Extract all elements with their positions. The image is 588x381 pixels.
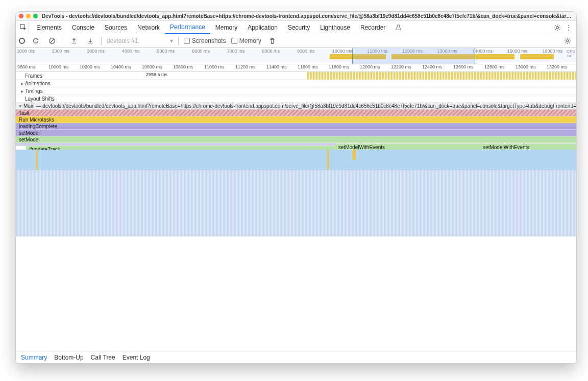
tick: 12200 ms bbox=[389, 64, 421, 72]
tick: 3000 ms bbox=[86, 49, 121, 54]
flame-deep-region[interactable] bbox=[16, 150, 576, 236]
svg-point-3 bbox=[567, 40, 569, 42]
window-traffic-lights[interactable] bbox=[19, 14, 38, 18]
tab-security[interactable]: Security bbox=[283, 21, 315, 34]
minimize-icon[interactable] bbox=[26, 14, 31, 18]
trash-icon[interactable] bbox=[266, 35, 278, 46]
flame-task[interactable]: Task bbox=[16, 110, 576, 116]
tick: 14000 ms bbox=[471, 49, 506, 54]
close-icon[interactable] bbox=[19, 14, 23, 18]
overview-lane-labels: CPU NET bbox=[567, 49, 575, 58]
tick: 6000 ms bbox=[191, 49, 226, 54]
flame-setmodel2[interactable]: setModel bbox=[16, 136, 576, 143]
tab-recorder[interactable]: Recorder bbox=[355, 21, 390, 34]
tick: 12600 ms bbox=[452, 64, 483, 72]
profile-selector-label: devtools #1 bbox=[107, 37, 138, 44]
tab-network[interactable]: Network bbox=[132, 21, 165, 34]
tab-memory[interactable]: Memory bbox=[210, 21, 242, 34]
tick: 9000 ms bbox=[296, 49, 331, 54]
track-label: Layout Shifts bbox=[25, 96, 55, 102]
tab-lighthouse[interactable]: Lighthouse bbox=[315, 21, 355, 34]
tab-summary[interactable]: Summary bbox=[21, 354, 47, 361]
reload-icon[interactable] bbox=[30, 35, 41, 46]
tick: 1000 ms bbox=[16, 49, 51, 54]
tick: 13000 ms bbox=[514, 64, 545, 72]
overview-activity bbox=[520, 54, 554, 59]
flame-loadingcomplete[interactable]: loadingComplete bbox=[16, 123, 576, 130]
screenshots-label: Screenshots bbox=[192, 37, 226, 44]
tick: 9800 ms bbox=[16, 64, 47, 72]
flame-chart[interactable]: Task Run Microtasks loadingComplete setM… bbox=[16, 110, 576, 236]
tick: 7000 ms bbox=[226, 49, 261, 54]
tab-performance[interactable]: Performance bbox=[165, 21, 210, 34]
kebab-menu-icon[interactable]: ⋮ bbox=[563, 22, 574, 33]
clear-icon[interactable] bbox=[46, 35, 58, 46]
tick: 2000 ms bbox=[51, 49, 86, 54]
tick: 11800 ms bbox=[327, 64, 358, 72]
tab-sources[interactable]: Sources bbox=[100, 21, 132, 34]
panel-tabs: Elements Console Sources Network Perform… bbox=[16, 21, 576, 34]
frames-visual bbox=[307, 72, 576, 80]
window-titlebar: DevTools - devtools://devtools/bundled/d… bbox=[16, 12, 576, 21]
timeline-overview[interactable]: 1000 ms 2000 ms 3000 ms 4000 ms 5000 ms … bbox=[16, 48, 576, 64]
frame-duration: 2958.6 ms bbox=[146, 72, 167, 77]
window-title: DevTools - devtools://devtools/bundled/d… bbox=[42, 13, 573, 19]
timings-track[interactable]: ▸Timings bbox=[16, 87, 576, 95]
gear-icon[interactable] bbox=[552, 22, 563, 33]
tick: 4000 ms bbox=[121, 49, 156, 54]
track-label: Timings bbox=[25, 88, 43, 94]
tick: 13200 ms bbox=[545, 64, 576, 72]
tick: 11400 ms bbox=[265, 64, 296, 72]
net-label: NET bbox=[567, 54, 575, 58]
flask-icon[interactable] bbox=[393, 22, 404, 33]
tick: 10000 ms bbox=[47, 64, 78, 72]
tab-elements[interactable]: Elements bbox=[31, 21, 67, 34]
tick: 11000 ms bbox=[203, 64, 234, 72]
capture-settings-gear-icon[interactable] bbox=[562, 35, 573, 46]
chevron-down-icon: ▾ bbox=[170, 37, 173, 44]
tick: 15000 ms bbox=[506, 49, 542, 54]
layout-shifts-track[interactable]: Layout Shifts bbox=[16, 95, 576, 103]
tab-event-log[interactable]: Event Log bbox=[122, 354, 150, 361]
tick: 10600 ms bbox=[140, 64, 172, 72]
flame-microtasks[interactable]: Run Microtasks bbox=[16, 116, 576, 123]
checkbox-icon bbox=[231, 38, 237, 44]
checkbox-icon bbox=[184, 38, 190, 44]
tick: 10400 ms bbox=[109, 64, 140, 72]
overview-selection[interactable] bbox=[352, 48, 476, 64]
performance-toolbar: devtools #1 ▾ Screenshots Memory bbox=[16, 34, 576, 48]
tick: 12800 ms bbox=[483, 64, 514, 72]
frames-track[interactable]: Frames 2958.6 ms bbox=[16, 72, 576, 80]
tab-bottom-up[interactable]: Bottom-Up bbox=[54, 354, 83, 361]
tab-console[interactable]: Console bbox=[67, 21, 100, 34]
tab-call-tree[interactable]: Call Tree bbox=[91, 354, 115, 361]
profile-selector[interactable]: devtools #1 ▾ bbox=[107, 37, 173, 44]
detail-ruler[interactable]: 9800 ms 10000 ms 10200 ms 10400 ms 10600… bbox=[16, 64, 576, 72]
screenshots-checkbox[interactable]: Screenshots bbox=[184, 37, 226, 44]
tick: 12000 ms bbox=[358, 64, 389, 72]
animations-track[interactable]: ▸Animations bbox=[16, 80, 576, 87]
download-icon[interactable] bbox=[85, 35, 96, 46]
memory-checkbox[interactable]: Memory bbox=[231, 37, 261, 44]
tick: 12400 ms bbox=[421, 64, 452, 72]
overview-ticks: 1000 ms 2000 ms 3000 ms 4000 ms 5000 ms … bbox=[16, 49, 576, 54]
main-thread-header[interactable]: ▾Main — devtools://devtools/bundled/devt… bbox=[16, 103, 576, 110]
svg-point-1 bbox=[556, 26, 558, 28]
zoom-icon[interactable] bbox=[33, 14, 38, 18]
track-label: Frames bbox=[25, 73, 42, 79]
tab-application[interactable]: Application bbox=[242, 21, 283, 34]
main-thread-label: Main — devtools://devtools/bundled/devto… bbox=[23, 103, 576, 109]
upload-icon[interactable] bbox=[68, 35, 80, 46]
track-label: Animations bbox=[25, 81, 50, 86]
tick: 10200 ms bbox=[78, 64, 109, 72]
memory-label: Memory bbox=[239, 37, 261, 44]
record-button[interactable] bbox=[19, 38, 25, 44]
inspect-element-icon[interactable] bbox=[18, 22, 29, 33]
tick: 11200 ms bbox=[234, 64, 265, 72]
tick: 11600 ms bbox=[296, 64, 327, 72]
flame-setmodel[interactable]: setModel bbox=[16, 130, 576, 136]
tick: 10800 ms bbox=[172, 64, 203, 72]
details-tabs: Summary Bottom-Up Call Tree Event Log bbox=[16, 351, 576, 363]
tick: 8000 ms bbox=[261, 49, 296, 54]
tick: 5000 ms bbox=[156, 49, 191, 54]
